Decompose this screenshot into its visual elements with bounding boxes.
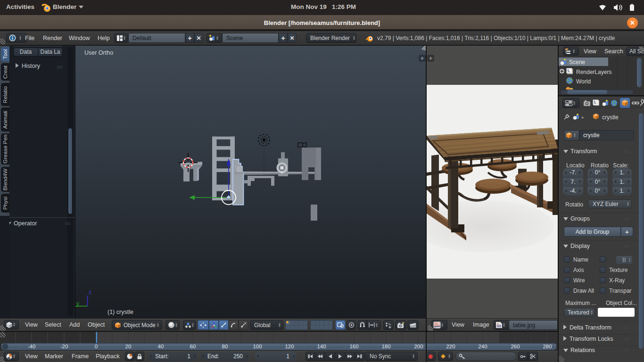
svg-text:240: 240 (478, 344, 487, 349)
svg-text:220: 220 (446, 344, 455, 349)
svg-text:-40: -40 (28, 344, 36, 349)
svg-text:60: 60 (190, 344, 196, 349)
svg-text:260: 260 (511, 344, 520, 349)
svg-text:160: 160 (349, 344, 358, 349)
svg-text:40: 40 (158, 344, 164, 349)
svg-text:120: 120 (285, 344, 294, 349)
svg-text:280: 280 (543, 344, 552, 349)
svg-text:140: 140 (317, 344, 326, 349)
svg-text:z: z (89, 289, 91, 296)
svg-text:(1) crystle: (1) crystle (107, 309, 133, 315)
svg-text:20: 20 (125, 344, 132, 349)
svg-text:y: y (76, 300, 79, 307)
svg-text:200: 200 (414, 344, 423, 349)
svg-text:80: 80 (222, 344, 228, 349)
svg-text:0: 0 (95, 344, 98, 349)
svg-text:User Ortho: User Ortho (84, 49, 113, 56)
svg-text:-20: -20 (60, 344, 68, 349)
svg-text:100: 100 (253, 344, 262, 349)
svg-text:180: 180 (381, 344, 390, 349)
